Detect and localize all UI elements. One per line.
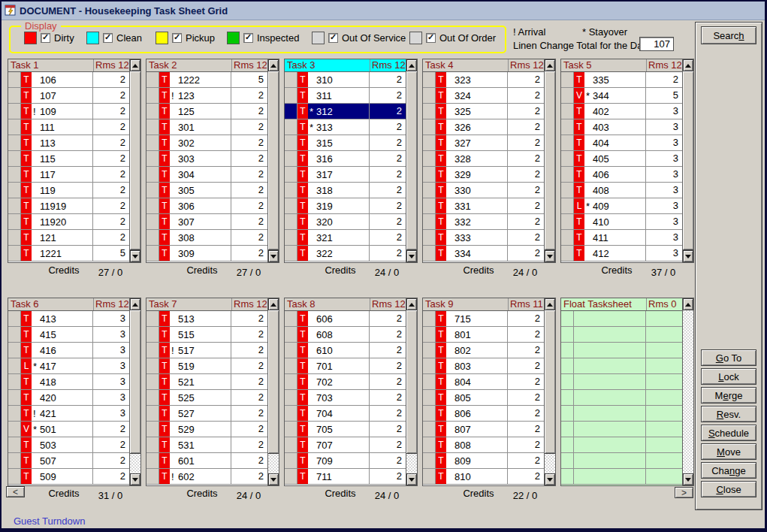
float-empty-row[interactable] — [561, 327, 682, 343]
previous-sheets-button[interactable]: < — [6, 486, 25, 497]
scrollbar-track[interactable] — [130, 71, 140, 250]
task-header[interactable]: Task 5Rms 12 — [561, 59, 682, 72]
room-row[interactable]: T3342 — [423, 246, 544, 261]
scrollbar-track[interactable] — [268, 310, 279, 473]
room-row[interactable]: T3152 — [285, 135, 406, 151]
scrollbar-thumb[interactable] — [406, 310, 417, 454]
scrollbar-up-button[interactable] — [545, 298, 555, 310]
linen-change-total-field[interactable]: 107 — [639, 37, 674, 51]
room-row[interactable]: T4183 — [8, 374, 129, 390]
room-row[interactable]: T3262 — [423, 119, 544, 135]
room-row[interactable]: T5152 — [146, 327, 267, 343]
scrollbar-up-button[interactable] — [545, 59, 555, 71]
task-header[interactable]: Task 1Rms 12 — [8, 59, 129, 72]
task-header[interactable]: Task 7Rms 12 — [146, 298, 267, 311]
room-row[interactable]: L*4173 — [8, 358, 129, 374]
scrollbar-thumb[interactable] — [406, 71, 417, 250]
room-row[interactable]: T6062 — [285, 311, 406, 327]
titlebar[interactable]: DOCUMENT - Housekeeping Task Sheet Grid — [2, 2, 765, 20]
room-row[interactable]: T!1232 — [146, 88, 267, 104]
room-row[interactable]: T3212 — [285, 230, 406, 246]
room-row[interactable]: T1172 — [8, 167, 129, 183]
room-row[interactable]: T4083 — [561, 183, 682, 198]
room-row[interactable]: T5212 — [146, 374, 267, 390]
guest-turndown-link[interactable]: Guest Turndown — [14, 515, 85, 527]
room-row[interactable]: T5292 — [146, 422, 267, 437]
task-header[interactable]: Task 6Rms 12 — [8, 298, 129, 311]
float-empty-row[interactable] — [561, 374, 682, 390]
room-row[interactable]: T5032 — [8, 437, 129, 453]
next-sheets-button[interactable]: > — [675, 487, 693, 498]
room-row[interactable]: T5272 — [146, 406, 267, 422]
scrollbar-down-button[interactable] — [268, 250, 279, 262]
room-row[interactable]: T!5172 — [146, 343, 267, 358]
room-row[interactable]: T3022 — [146, 135, 267, 151]
room-row[interactable]: T4033 — [561, 119, 682, 135]
room-row[interactable]: T3222 — [285, 246, 406, 261]
room-row[interactable]: T7042 — [285, 406, 406, 422]
room-row[interactable]: T7022 — [285, 374, 406, 390]
room-row[interactable]: T7012 — [285, 358, 406, 374]
float-empty-row[interactable] — [561, 469, 682, 485]
room-row[interactable]: T3182 — [285, 183, 406, 198]
task-header[interactable]: Task 9Rms 11 — [423, 298, 544, 311]
lock-button[interactable]: Lock — [701, 368, 756, 385]
room-row[interactable]: T8042 — [423, 374, 544, 390]
scrollbar-down-button[interactable] — [130, 473, 140, 485]
scrollbar-up-button[interactable] — [683, 298, 693, 310]
scrollbar-thumb[interactable] — [545, 310, 555, 454]
room-row[interactable]: T4133 — [8, 311, 129, 327]
close-button[interactable]: Close — [701, 481, 756, 497]
room-row[interactable]: T3252 — [423, 104, 544, 119]
room-row[interactable]: T1132 — [8, 135, 129, 151]
room-row[interactable]: T4113 — [561, 230, 682, 246]
room-row[interactable]: T1062 — [8, 72, 129, 88]
room-row[interactable]: T3172 — [285, 167, 406, 183]
scrollbar-track[interactable] — [268, 71, 279, 250]
room-row[interactable]: T12225 — [146, 72, 267, 88]
room-row[interactable]: T8082 — [423, 437, 544, 453]
room-row[interactable]: T5092 — [8, 469, 129, 485]
change-button[interactable]: Change — [701, 462, 756, 479]
room-row[interactable]: T!4213 — [8, 406, 129, 422]
room-row[interactable]: T!6022 — [146, 469, 267, 485]
room-row[interactable]: T8072 — [423, 422, 544, 437]
room-row[interactable]: T3292 — [423, 167, 544, 183]
room-row[interactable]: T8032 — [423, 358, 544, 374]
room-row[interactable]: T6082 — [285, 327, 406, 343]
resv-button[interactable]: Resv. — [701, 406, 756, 422]
room-row[interactable]: T1252 — [146, 104, 267, 119]
scrollbar-track[interactable] — [545, 310, 555, 473]
scrollbar-down-button[interactable] — [545, 473, 555, 485]
room-row[interactable]: T8012 — [423, 327, 544, 343]
task-header[interactable]: Task 4Rms 12 — [423, 59, 544, 72]
room-row[interactable]: T119202 — [8, 214, 129, 230]
room-row[interactable]: T3012 — [146, 119, 267, 135]
room-row[interactable]: T8092 — [423, 453, 544, 469]
scrollbar-thumb[interactable] — [130, 310, 140, 454]
room-row[interactable]: T3332 — [423, 230, 544, 246]
room-row[interactable]: T5312 — [146, 437, 267, 453]
room-row[interactable]: T3312 — [423, 198, 544, 214]
room-row[interactable]: T8102 — [423, 469, 544, 485]
schedule-button[interactable]: Schedule — [701, 425, 756, 441]
clean-checkbox[interactable] — [103, 33, 113, 43]
scrollbar-down-button[interactable] — [545, 250, 555, 262]
room-row[interactable]: T8022 — [423, 343, 544, 358]
room-row[interactable]: T1192 — [8, 183, 129, 198]
room-row[interactable]: T3232 — [423, 72, 544, 88]
room-row[interactable]: T3192 — [285, 198, 406, 214]
room-row[interactable]: T1152 — [8, 151, 129, 167]
room-row[interactable]: T3242 — [423, 88, 544, 104]
room-row[interactable]: T8052 — [423, 390, 544, 406]
room-row[interactable]: T3162 — [285, 151, 406, 167]
search-button[interactable]: Search — [701, 26, 756, 44]
room-row[interactable]: T3112 — [285, 88, 406, 104]
scrollbar-track[interactable] — [545, 71, 555, 250]
scrollbar-down-button[interactable] — [406, 250, 417, 262]
scrollbar-down-button[interactable] — [406, 473, 417, 485]
scrollbar-thumb[interactable] — [268, 71, 279, 250]
scrollbar-up-button[interactable] — [406, 59, 417, 71]
scrollbar-thumb[interactable] — [130, 71, 140, 250]
room-row[interactable]: T3042 — [146, 167, 267, 183]
